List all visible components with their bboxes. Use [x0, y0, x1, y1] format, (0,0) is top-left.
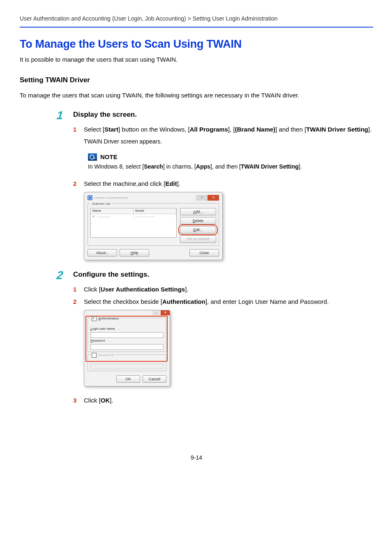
close-button[interactable]: ✕: [161, 310, 170, 315]
page-title: To Manage the Users to Scan Using TWAIN: [20, 37, 373, 51]
app-icon: [88, 195, 92, 200]
substep-text: Select the checkbox beside [Authenticati…: [84, 298, 373, 306]
column-name: Name: [91, 208, 134, 214]
close-button[interactable]: Close: [189, 249, 219, 257]
about-button[interactable]: About...: [88, 249, 117, 257]
auth-settings-dialog: — ✕ Authentication Login user name Passw…: [84, 310, 373, 386]
cancel-button[interactable]: Cancel: [143, 375, 166, 383]
step-2-substep-2: 2 Select the checkbox beside [Authentica…: [73, 298, 373, 306]
help-button[interactable]: Help: [120, 249, 149, 257]
account-id-group: Account ID: [88, 354, 166, 371]
page-content: User Authentication and Accounting (User…: [0, 0, 392, 478]
edit-button[interactable]: Edit...: [180, 226, 216, 234]
section-heading: Setting TWAIN Driver: [20, 76, 373, 85]
set-default-button[interactable]: Set as default: [180, 235, 216, 243]
ok-button[interactable]: OK: [116, 375, 140, 383]
account-id-input: [90, 363, 164, 369]
note-heading: NOTE: [88, 153, 369, 161]
step-1-substep-1: 1 Select [Start] button on the Windows, …: [73, 125, 373, 134]
account-id-checkbox[interactable]: [92, 353, 97, 358]
procedure: 1 Display the screen. 1 Select [Start] b…: [73, 110, 373, 405]
password-label: Password: [90, 339, 164, 343]
step-2-title: Configure the settings.: [73, 270, 373, 280]
page-number: 9-14: [20, 454, 373, 462]
add-button[interactable]: Add...: [180, 208, 216, 215]
substep-number: 3: [73, 396, 76, 405]
breadcrumb: User Authentication and Accounting (User…: [20, 12, 373, 28]
column-model: Model: [134, 208, 176, 214]
check-icon: ✓: [92, 215, 97, 218]
dialog-titlebar: — ✕: [84, 310, 170, 315]
authentication-checkbox[interactable]: [92, 316, 97, 321]
note-label: NOTE: [100, 153, 118, 161]
twain-driver-dialog: ——— —————— ? ✕ Scanner List Name: [84, 192, 373, 260]
substep-text: Click [User Authentication Settings].: [84, 285, 373, 294]
step-1-number: 1: [56, 108, 64, 123]
minimize-button[interactable]: —: [152, 310, 161, 315]
step-2: 2 Configure the settings. 1 Click [User …: [73, 270, 373, 405]
step-2-number: 2: [56, 268, 64, 283]
login-user-input[interactable]: [90, 332, 164, 338]
scanner-list[interactable]: Name Model ✓———— ——————: [90, 208, 177, 238]
substep-number: 2: [73, 180, 76, 188]
substep-text: Click [OK].: [84, 396, 373, 405]
note-box: NOTE In Windows 8, select [Search] in ch…: [84, 150, 373, 174]
help-button[interactable]: ?: [196, 195, 208, 201]
section-intro: To manage the users that scan using TWAI…: [20, 91, 373, 99]
step-1-substep-2: 2 Select the machine,and click [Edit].: [73, 180, 373, 188]
dialog-title: ——— ——————: [94, 195, 129, 200]
scanner-list-group: Scanner List Name Model ✓———— ——————: [88, 203, 219, 245]
delete-button[interactable]: Delete: [180, 217, 216, 224]
step-2-substep-1: 1 Click [User Authentication Settings].: [73, 285, 373, 294]
step-1: 1 Display the screen. 1 Select [Start] b…: [73, 110, 373, 260]
group-legend: Account ID: [90, 353, 115, 357]
substep-number: 2: [73, 298, 76, 306]
login-user-label: Login user name: [90, 327, 164, 331]
substep-number: 1: [73, 125, 76, 134]
step-1-title: Display the screen.: [73, 110, 373, 120]
group-legend: Scanner List: [90, 202, 112, 206]
substep-text: Select [Start] button on the Windows, [A…: [84, 125, 373, 134]
password-input[interactable]: [90, 344, 164, 350]
close-button[interactable]: ✕: [208, 195, 219, 201]
authentication-group: Authentication Login user name Password: [88, 318, 166, 352]
group-legend: Authentication: [90, 317, 120, 320]
intro-paragraph: It is possible to manage the users that …: [20, 56, 373, 64]
list-row[interactable]: ✓———— ——————: [91, 214, 176, 220]
substep-text: Select the machine,and click [Edit].: [84, 180, 373, 188]
step-2-substep-3: 3 Click [OK].: [73, 396, 373, 405]
note-text: In Windows 8, select [Search] in charms,…: [88, 163, 369, 171]
step-1-followup: TWAIN Driver screen appears.: [84, 138, 373, 146]
magnifier-icon: [88, 153, 97, 161]
substep-number: 1: [73, 285, 76, 294]
dialog-titlebar: ——— —————— ? ✕: [88, 195, 219, 201]
